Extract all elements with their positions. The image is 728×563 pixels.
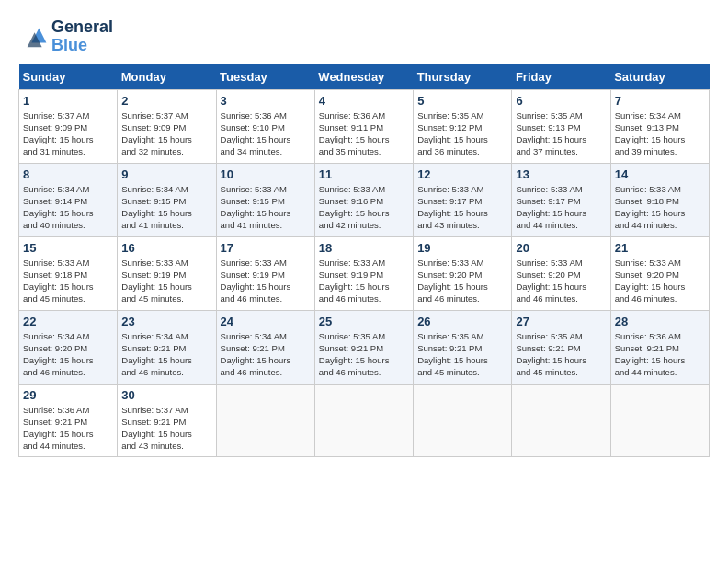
weekday-header-friday: Friday xyxy=(512,64,610,90)
day-info: Sunrise: 5:37 AM Sunset: 9:09 PM Dayligh… xyxy=(23,109,113,158)
day-number: 7 xyxy=(615,94,705,108)
day-info: Sunrise: 5:33 AM Sunset: 9:17 PM Dayligh… xyxy=(516,183,606,232)
calendar-cell: 26 Sunrise: 5:35 AM Sunset: 9:21 PM Dayl… xyxy=(414,310,512,384)
day-info: Sunrise: 5:36 AM Sunset: 9:11 PM Dayligh… xyxy=(319,109,409,158)
day-info: Sunrise: 5:33 AM Sunset: 9:18 PM Dayligh… xyxy=(615,183,705,232)
calendar-header-row: SundayMondayTuesdayWednesdayThursdayFrid… xyxy=(19,64,710,90)
day-info: Sunrise: 5:34 AM Sunset: 9:20 PM Dayligh… xyxy=(23,330,113,379)
calendar-cell: 18 Sunrise: 5:33 AM Sunset: 9:19 PM Dayl… xyxy=(314,236,413,310)
day-number: 5 xyxy=(417,94,507,108)
day-number: 27 xyxy=(516,315,606,328)
calendar-cell: 23 Sunrise: 5:34 AM Sunset: 9:21 PM Dayl… xyxy=(118,310,216,384)
day-number: 16 xyxy=(121,241,211,255)
day-number: 29 xyxy=(23,388,113,402)
day-info: Sunrise: 5:36 AM Sunset: 9:21 PM Dayligh… xyxy=(23,404,113,453)
day-info: Sunrise: 5:33 AM Sunset: 9:20 PM Dayligh… xyxy=(516,257,606,305)
weekday-header-wednesday: Wednesday xyxy=(314,64,413,90)
calendar-cell: 8 Sunrise: 5:34 AM Sunset: 9:14 PM Dayli… xyxy=(19,163,118,236)
calendar-cell: 11 Sunrise: 5:33 AM Sunset: 9:16 PM Dayl… xyxy=(314,163,413,236)
day-info: Sunrise: 5:33 AM Sunset: 9:19 PM Dayligh… xyxy=(221,257,311,305)
day-info: Sunrise: 5:34 AM Sunset: 9:15 PM Dayligh… xyxy=(121,183,211,232)
calendar-cell xyxy=(216,384,314,456)
calendar-cell: 13 Sunrise: 5:33 AM Sunset: 9:17 PM Dayl… xyxy=(512,163,610,236)
calendar-cell: 29 Sunrise: 5:36 AM Sunset: 9:21 PM Dayl… xyxy=(19,384,118,456)
day-info: Sunrise: 5:37 AM Sunset: 9:21 PM Dayligh… xyxy=(121,404,211,453)
day-info: Sunrise: 5:35 AM Sunset: 9:12 PM Dayligh… xyxy=(417,109,507,158)
calendar-cell: 30 Sunrise: 5:37 AM Sunset: 9:21 PM Dayl… xyxy=(118,384,216,456)
day-number: 12 xyxy=(417,167,507,181)
calendar-cell xyxy=(314,384,413,456)
calendar-cell: 6 Sunrise: 5:35 AM Sunset: 9:13 PM Dayli… xyxy=(512,89,610,163)
day-info: Sunrise: 5:35 AM Sunset: 9:13 PM Dayligh… xyxy=(516,109,606,158)
day-info: Sunrise: 5:35 AM Sunset: 9:21 PM Dayligh… xyxy=(319,330,409,379)
calendar-cell: 27 Sunrise: 5:35 AM Sunset: 9:21 PM Dayl… xyxy=(512,310,610,384)
calendar-week-row: 22 Sunrise: 5:34 AM Sunset: 9:20 PM Dayl… xyxy=(19,310,710,384)
calendar-cell xyxy=(512,384,610,456)
calendar-cell: 2 Sunrise: 5:37 AM Sunset: 9:09 PM Dayli… xyxy=(118,89,216,163)
day-number: 25 xyxy=(319,315,409,328)
calendar-cell: 20 Sunrise: 5:33 AM Sunset: 9:20 PM Dayl… xyxy=(512,236,610,310)
calendar-cell: 9 Sunrise: 5:34 AM Sunset: 9:15 PM Dayli… xyxy=(118,163,216,236)
weekday-header-tuesday: Tuesday xyxy=(216,64,314,90)
day-number: 1 xyxy=(23,94,113,108)
day-number: 26 xyxy=(417,315,507,328)
logo-icon xyxy=(18,22,48,52)
day-number: 3 xyxy=(221,94,311,108)
day-info: Sunrise: 5:34 AM Sunset: 9:21 PM Dayligh… xyxy=(221,330,311,379)
calendar-cell: 24 Sunrise: 5:34 AM Sunset: 9:21 PM Dayl… xyxy=(216,310,314,384)
day-info: Sunrise: 5:34 AM Sunset: 9:21 PM Dayligh… xyxy=(121,330,211,379)
calendar-week-row: 15 Sunrise: 5:33 AM Sunset: 9:18 PM Dayl… xyxy=(19,236,710,310)
header: General Blue xyxy=(18,18,710,55)
day-number: 24 xyxy=(221,315,311,328)
day-number: 20 xyxy=(516,241,606,255)
day-number: 23 xyxy=(121,315,211,328)
day-number: 9 xyxy=(121,167,211,181)
calendar-cell: 19 Sunrise: 5:33 AM Sunset: 9:20 PM Dayl… xyxy=(414,236,512,310)
calendar-cell: 25 Sunrise: 5:35 AM Sunset: 9:21 PM Dayl… xyxy=(314,310,413,384)
calendar-cell: 10 Sunrise: 5:33 AM Sunset: 9:15 PM Dayl… xyxy=(216,163,314,236)
day-info: Sunrise: 5:33 AM Sunset: 9:16 PM Dayligh… xyxy=(319,183,409,232)
day-number: 4 xyxy=(319,94,409,108)
day-number: 8 xyxy=(23,167,113,181)
calendar-table: SundayMondayTuesdayWednesdayThursdayFrid… xyxy=(18,64,710,457)
day-number: 10 xyxy=(221,167,311,181)
day-number: 28 xyxy=(615,315,705,328)
day-number: 13 xyxy=(516,167,606,181)
day-number: 19 xyxy=(417,241,507,255)
day-info: Sunrise: 5:36 AM Sunset: 9:21 PM Dayligh… xyxy=(615,330,705,379)
calendar-cell: 5 Sunrise: 5:35 AM Sunset: 9:12 PM Dayli… xyxy=(414,89,512,163)
day-number: 6 xyxy=(516,94,606,108)
day-number: 22 xyxy=(23,315,113,328)
calendar-cell: 14 Sunrise: 5:33 AM Sunset: 9:18 PM Dayl… xyxy=(610,163,709,236)
calendar-week-row: 29 Sunrise: 5:36 AM Sunset: 9:21 PM Dayl… xyxy=(19,384,710,456)
logo: General Blue xyxy=(18,18,113,55)
calendar-cell xyxy=(610,384,709,456)
calendar-cell: 28 Sunrise: 5:36 AM Sunset: 9:21 PM Dayl… xyxy=(610,310,709,384)
day-number: 2 xyxy=(121,94,211,108)
calendar-cell xyxy=(414,384,512,456)
calendar-week-row: 8 Sunrise: 5:34 AM Sunset: 9:14 PM Dayli… xyxy=(19,163,710,236)
weekday-header-saturday: Saturday xyxy=(610,64,709,90)
day-info: Sunrise: 5:35 AM Sunset: 9:21 PM Dayligh… xyxy=(516,330,606,379)
day-info: Sunrise: 5:33 AM Sunset: 9:20 PM Dayligh… xyxy=(417,257,507,305)
day-number: 15 xyxy=(23,241,113,255)
day-number: 30 xyxy=(121,388,211,402)
calendar-cell: 16 Sunrise: 5:33 AM Sunset: 9:19 PM Dayl… xyxy=(118,236,216,310)
day-info: Sunrise: 5:37 AM Sunset: 9:09 PM Dayligh… xyxy=(121,109,211,158)
weekday-header-monday: Monday xyxy=(118,64,216,90)
calendar-cell: 21 Sunrise: 5:33 AM Sunset: 9:20 PM Dayl… xyxy=(610,236,709,310)
day-number: 11 xyxy=(319,167,409,181)
day-info: Sunrise: 5:34 AM Sunset: 9:14 PM Dayligh… xyxy=(23,183,113,232)
day-info: Sunrise: 5:33 AM Sunset: 9:17 PM Dayligh… xyxy=(417,183,507,232)
calendar-cell: 1 Sunrise: 5:37 AM Sunset: 9:09 PM Dayli… xyxy=(19,89,118,163)
day-info: Sunrise: 5:33 AM Sunset: 9:19 PM Dayligh… xyxy=(319,257,409,305)
logo-text: General Blue xyxy=(51,18,113,55)
calendar-cell: 12 Sunrise: 5:33 AM Sunset: 9:17 PM Dayl… xyxy=(414,163,512,236)
day-info: Sunrise: 5:34 AM Sunset: 9:13 PM Dayligh… xyxy=(615,109,705,158)
weekday-header-thursday: Thursday xyxy=(414,64,512,90)
weekday-header-sunday: Sunday xyxy=(19,64,118,90)
day-number: 14 xyxy=(615,167,705,181)
day-info: Sunrise: 5:33 AM Sunset: 9:18 PM Dayligh… xyxy=(23,257,113,305)
day-number: 17 xyxy=(221,241,311,255)
day-number: 21 xyxy=(615,241,705,255)
